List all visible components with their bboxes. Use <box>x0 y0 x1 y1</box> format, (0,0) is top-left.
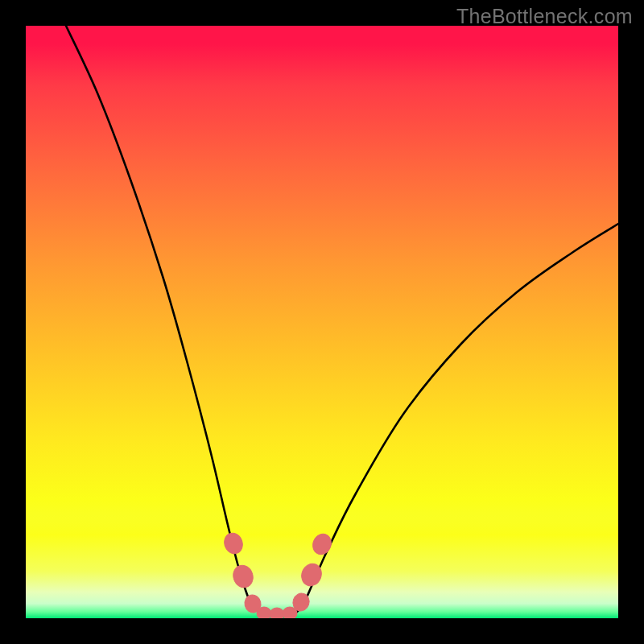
watermark-text: TheBottleneck.com <box>456 5 633 28</box>
page-frame: TheBottleneck.com <box>0 0 644 644</box>
bead-r3 <box>310 531 335 558</box>
bead-l2 <box>230 563 255 590</box>
bead-l1 <box>221 530 246 556</box>
bead-group <box>221 530 334 618</box>
bead-b1 <box>257 607 271 618</box>
curve-layer <box>26 26 618 618</box>
left-branch-curve <box>66 26 264 615</box>
plot-area <box>26 26 618 618</box>
right-branch-curve <box>291 224 618 615</box>
bead-b2 <box>270 608 284 618</box>
